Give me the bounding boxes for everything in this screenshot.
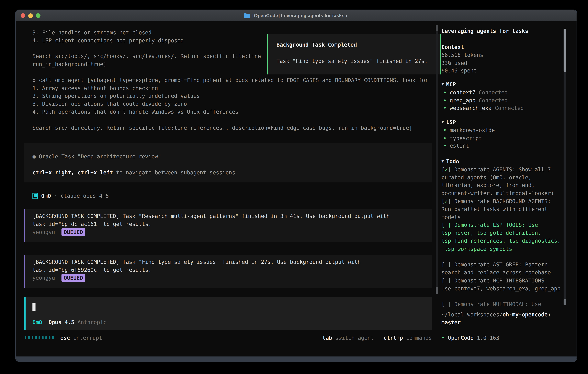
text-line: Search src/ directory. Return specific f… <box>32 124 428 132</box>
traffic-lights <box>21 13 41 18</box>
text-line: ◉ Oracle Task "Deep architecture review" <box>32 153 432 161</box>
minimize-window-button[interactable] <box>28 13 33 18</box>
text-line: Use context7, websearch_exa, grep_app <box>441 285 560 292</box>
todo-heading: Todo <box>446 158 459 166</box>
sidebar-scrollbar-handle-bottom[interactable] <box>564 299 566 305</box>
text-line: ~/local-workspaces/oh-my-opencode: <box>441 311 551 319</box>
text-line: ctrl+x right, ctrl+x left to navigate be… <box>32 168 432 177</box>
notification-body: Task "Find type safety issues" finished … <box>276 57 440 65</box>
zoom-window-button[interactable] <box>36 13 41 18</box>
text-line: 66,518 tokens <box>441 51 483 59</box>
sidebar-scrollbar-handle[interactable] <box>564 29 566 72</box>
text-line: OmO Opus 4.5 Anthropic <box>32 318 106 326</box>
text-line: • grep_app Connected <box>443 96 524 104</box>
mcp-heading: MCP <box>446 81 456 89</box>
text-line: lsp_hover, lsp_goto_definition, <box>441 229 560 237</box>
todo-list: [✓] Demonstrate AGENTS: Show all 7curate… <box>441 166 560 309</box>
todo-section-toggle[interactable]: ▼ Todo <box>441 158 560 166</box>
interrupt-hint: esc interrupt <box>60 334 102 342</box>
background-task-message-1: [BACKGROUND TASK COMPLETED] Task "Resear… <box>24 209 432 242</box>
text-line: • markdown-oxide <box>443 126 495 134</box>
status-left: esc interrupt <box>25 334 102 342</box>
opencode-terminal-window: [OpenCode] Leveraging agents for tasks ◐… <box>15 10 578 362</box>
text-line: esc interrupt <box>60 334 102 342</box>
background-task-message-2: [BACKGROUND TASK COMPLETED] Task "Find t… <box>24 255 432 288</box>
text-line: $0.46 spent <box>441 67 483 75</box>
text-line: [✓] Demonstrate AGENTS: Show all 7 <box>441 166 560 174</box>
spinner-dot <box>49 336 51 339</box>
text-line: 2. String operations on potentially unde… <box>32 92 428 100</box>
collapse-triangle-icon: ▼ <box>441 158 444 166</box>
text-line: Run parallel tasks with different <box>441 205 560 213</box>
spinner-dot <box>39 336 40 339</box>
text-line <box>32 116 428 124</box>
text-line: models <box>441 213 560 221</box>
text-line: ⚙ call_omo_agent [subagent_type=explore,… <box>32 76 428 84</box>
text-line: [ ] Demonstrate AST-GREP: Pattern <box>441 261 560 269</box>
background-task-notification: Background Task Completed Task "Find typ… <box>267 34 441 74</box>
text-line: [BACKGROUND TASK COMPLETED] Task "Resear… <box>32 212 432 220</box>
text-line: yeongyu QUEUED <box>32 274 432 282</box>
screen: [OpenCode] Leveraging agents for tasks ◐… <box>0 0 588 374</box>
text-line: lsp_workspace_symbols <box>441 245 560 253</box>
text-line <box>32 161 432 168</box>
text-line <box>441 253 560 261</box>
status-right: tab switch agent ctrl+p commands <box>322 334 432 342</box>
opencode-version: • OpenCode 1.0.163 <box>441 334 499 342</box>
terminal-content: 3. File handles or streams not closed4. … <box>16 21 577 356</box>
text-line: [BACKGROUND TASK COMPLETED] Task "Find t… <box>32 258 432 266</box>
text-line: • websearch_exa Connected <box>443 104 524 112</box>
notification-title: Background Task Completed <box>276 41 440 49</box>
oracle-task-panel: ◉ Oracle Task "Deep architecture review"… <box>24 143 432 182</box>
text-line: OmO · claude-opus-4-5 <box>41 192 109 200</box>
text-line: tab switch agent ctrl+p commands <box>322 334 432 342</box>
close-window-button[interactable] <box>21 13 25 18</box>
spinner-dot <box>32 336 33 339</box>
mcp-server-list: • context7 Connected• grep_app Connected… <box>441 89 524 112</box>
context-heading: Context <box>441 43 464 51</box>
sidebar-scrollbar[interactable] <box>564 29 566 305</box>
text-line: 1. Array access without bounds checking <box>32 84 428 92</box>
text-line: [ ] Demonstrate MULTIMODAL: Use <box>441 301 560 309</box>
window-titlebar[interactable]: [OpenCode] Leveraging agents for tasks ◐ <box>16 10 577 21</box>
agent-session-line[interactable]: OmO · claude-opus-4-5 <box>32 192 109 200</box>
text-line <box>441 292 560 301</box>
window-bottom-edge <box>16 356 577 361</box>
text-line: yeongyu QUEUED <box>32 228 432 236</box>
text-line: [✓] Demonstrate BACKGROUND AGENTS: <box>441 197 560 205</box>
text-line: • eslint <box>443 142 495 150</box>
prompt-input[interactable]: OmO Opus 4.5 Anthropic <box>24 297 432 330</box>
text-line: search and replace across codebase <box>441 269 560 277</box>
spinner-dot <box>52 336 54 339</box>
text-line: curated agents (OmO, oracle, <box>441 174 560 181</box>
mcp-section-toggle[interactable]: ▼ MCP <box>441 81 524 89</box>
window-title-group: [OpenCode] Leveraging agents for tasks ◐ <box>244 13 348 18</box>
text-line: [ ] Demonstrate MCP INTEGRATIONS: <box>441 277 560 285</box>
sidebar-session-title: Leveraging agents for tasks <box>441 28 528 34</box>
input-meta-line: OmO Opus 4.5 Anthropic <box>32 318 106 326</box>
sidebar-section-todo: ▼ Todo [✓] Demonstrate AGENTS: Show all … <box>441 158 560 309</box>
lsp-section-toggle[interactable]: ▼ LSP <box>441 118 495 126</box>
text-line: • OpenCode 1.0.163 <box>441 334 499 342</box>
sidebar-section-mcp: ▼ MCP • context7 Connected• grep_app Con… <box>441 81 524 112</box>
spinner-dot <box>25 336 26 339</box>
lsp-heading: LSP <box>446 118 456 126</box>
text-line: 4. Path operations that don't handle Win… <box>32 108 428 116</box>
window-title: [OpenCode] Leveraging agents for tasks ◐ <box>252 13 348 18</box>
spinner-dot <box>35 336 37 339</box>
folder-icon <box>244 13 250 18</box>
text-line: [ ] Demonstrate LSP TOOLS: Use <box>441 221 560 229</box>
sidebar-section-context: Context 66,518 tokens33% used$0.46 spent <box>441 43 483 75</box>
terminal-scrollbar-handle-top[interactable] <box>436 25 438 31</box>
terminal-scrollbar[interactable] <box>436 25 438 294</box>
collapse-triangle-icon: ▼ <box>441 81 444 89</box>
busy-spinner-icon <box>25 336 54 339</box>
context-stats: 66,518 tokens33% used$0.46 spent <box>441 51 483 75</box>
text-line: task_id="bg_dcfac161" to get results. <box>32 220 432 228</box>
agent-session-label: OmO · claude-opus-4-5 <box>41 192 109 200</box>
terminal-scrollbar-handle-bottom[interactable] <box>436 287 438 294</box>
text-line: document-writer, multimodal-looker) <box>441 189 560 197</box>
text-line: librarian, explore, frontend, <box>441 181 560 189</box>
spinner-dot <box>28 336 30 339</box>
collapse-triangle-icon: ▼ <box>441 118 444 126</box>
